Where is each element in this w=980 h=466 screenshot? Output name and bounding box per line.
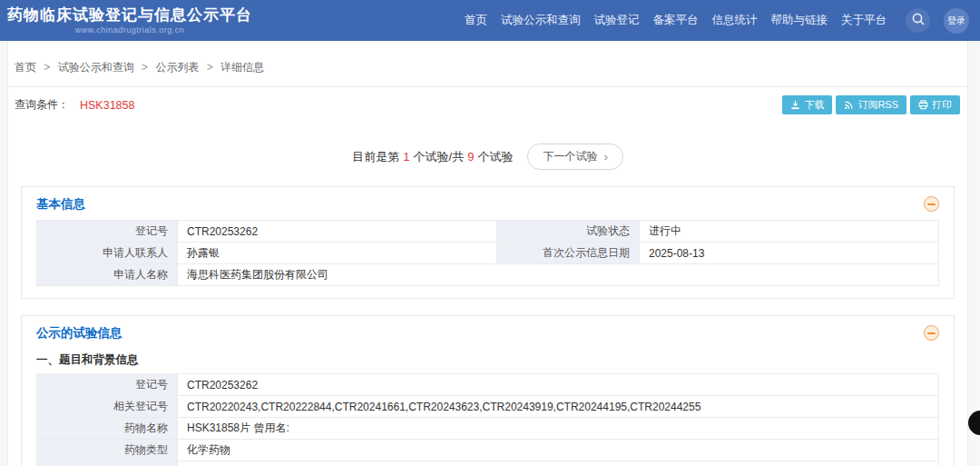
section-public-trial-info: 公示的试验信息 一、题目和背景信息 登记号 CTR20253262 相关登记号 … xyxy=(21,315,955,466)
rss-icon xyxy=(844,100,854,110)
site-url: www.chinadrugtrials.org.cn xyxy=(7,25,252,35)
field-label: 申请人名称 xyxy=(37,264,178,286)
subsection-title: 一、题目和背景信息 xyxy=(36,352,939,368)
field-label: 登记号 xyxy=(37,221,178,243)
section-basic-title: 基本信息 xyxy=(36,196,85,213)
total-trial-number: 9 xyxy=(467,150,474,164)
site-header: 药物临床试验登记与信息公示平台 www.chinadrugtrials.org.… xyxy=(0,0,980,41)
breadcrumb: 首页 > 试验公示和查询 > 公示列表 > 详细信息 xyxy=(8,41,967,87)
collapse-icon[interactable] xyxy=(924,325,939,341)
floating-widget-button[interactable] xyxy=(968,411,980,435)
field-value: 进行中 xyxy=(640,221,939,243)
field-value: 2025-08-13 xyxy=(640,243,939,264)
breadcrumb-home[interactable]: 首页 xyxy=(15,61,36,74)
query-value: HSK31858 xyxy=(80,99,134,112)
toolbar: 下载 订阅RSS xyxy=(782,95,960,114)
search-icon xyxy=(911,12,926,30)
breadcrumb-public-list[interactable]: 公示列表 xyxy=(155,61,199,74)
field-label: 相关登记号 xyxy=(37,396,178,418)
pagination-row: 目前是第1个试验/共9个试验 下一个试验 › xyxy=(8,144,967,170)
pagination-status: 目前是第1个试验/共9个试验 xyxy=(352,149,513,165)
field-value: CTR20220243,CTR20222844,CTR20241661,CTR2… xyxy=(178,396,939,418)
collapse-icon[interactable] xyxy=(924,196,939,212)
table-row: 登记号 CTR20253262 试验状态 进行中 xyxy=(37,221,939,243)
table-row: 药物名称 HSK31858片 曾用名: xyxy=(37,418,939,440)
section-public-title: 公示的试验信息 xyxy=(36,325,122,342)
field-value: 企业选择不公示 xyxy=(178,461,939,466)
field-label: 试验状态 xyxy=(497,221,640,243)
search-button[interactable] xyxy=(906,8,930,33)
page: 药物临床试验登记与信息公示平台 www.chinadrugtrials.org.… xyxy=(0,0,980,466)
print-button[interactable]: 打印 xyxy=(910,95,960,114)
query-condition: 查询条件： HSK31858 xyxy=(15,97,134,113)
nav-trial-register[interactable]: 试验登记 xyxy=(594,13,640,28)
breadcrumb-separator: > xyxy=(44,61,50,74)
nav-trial-search[interactable]: 试验公示和查询 xyxy=(501,13,581,28)
site-title: 药物临床试验登记与信息公示平台 xyxy=(7,6,252,25)
next-trial-button[interactable]: 下一个试验 › xyxy=(527,144,622,170)
nav-home[interactable]: 首页 xyxy=(465,13,487,28)
current-trial-number: 1 xyxy=(403,150,409,164)
download-icon xyxy=(790,100,800,110)
field-label: 首次公示信息日期 xyxy=(497,243,640,264)
section-basic-info: 基本信息 登记号 CTR20253262 试验状态 进行中 申请人联系人 孙露银… xyxy=(21,186,955,299)
field-value: CTR20253262 xyxy=(178,374,939,396)
print-icon xyxy=(918,100,928,110)
query-row: 查询条件： HSK31858 下载 xyxy=(8,87,967,122)
field-value: 孙露银 xyxy=(178,243,497,264)
field-value: CTR20253262 xyxy=(178,221,497,243)
table-row: 相关登记号 CTR20220243,CTR20222844,CTR2024166… xyxy=(37,396,939,418)
rss-subscribe-button[interactable]: 订阅RSS xyxy=(836,95,906,114)
nav-statistics[interactable]: 信息统计 xyxy=(712,13,758,28)
breadcrumb-separator: > xyxy=(207,61,213,74)
query-label: 查询条件： xyxy=(15,97,69,113)
section-public-header: 公示的试验信息 xyxy=(36,322,939,343)
chevron-right-icon: › xyxy=(603,151,607,163)
login-button[interactable]: 登录 xyxy=(944,8,969,34)
breadcrumb-separator: > xyxy=(142,61,148,74)
public-trial-table: 登记号 CTR20253262 相关登记号 CTR20220243,CTR202… xyxy=(36,373,939,466)
download-button[interactable]: 下载 xyxy=(782,95,832,114)
basic-info-table: 登记号 CTR20253262 试验状态 进行中 申请人联系人 孙露银 首次公示… xyxy=(36,220,939,286)
table-row: 临床申请受理号 企业选择不公示 xyxy=(37,461,939,466)
field-label: 药物名称 xyxy=(37,418,178,440)
field-value: HSK31858片 曾用名: xyxy=(178,418,939,440)
main-nav: 首页 试验公示和查询 试验登记 备案平台 信息统计 帮助与链接 关于平台 登录 xyxy=(465,8,969,34)
table-row: 登记号 CTR20253262 xyxy=(37,374,939,396)
field-label: 临床申请受理号 xyxy=(37,461,178,466)
field-value: 海思科医药集团股份有限公司 xyxy=(178,264,939,286)
nav-filing-platform[interactable]: 备案平台 xyxy=(653,13,699,28)
site-brand[interactable]: 药物临床试验登记与信息公示平台 www.chinadrugtrials.org.… xyxy=(7,6,252,35)
main-container: 首页 > 试验公示和查询 > 公示列表 > 详细信息 查询条件： HSK3185… xyxy=(7,41,968,466)
breadcrumb-detail: 详细信息 xyxy=(220,61,264,74)
table-row: 申请人名称 海思科医药集团股份有限公司 xyxy=(37,264,939,286)
field-label: 登记号 xyxy=(37,374,178,396)
table-row: 申请人联系人 孙露银 首次公示信息日期 2025-08-13 xyxy=(37,243,939,264)
table-row: 药物类型 化学药物 xyxy=(37,440,939,461)
field-label: 药物类型 xyxy=(37,440,178,461)
section-basic-header: 基本信息 xyxy=(36,193,939,214)
nav-help-links[interactable]: 帮助与链接 xyxy=(771,13,828,28)
field-value: 化学药物 xyxy=(178,440,939,461)
nav-about[interactable]: 关于平台 xyxy=(841,13,887,28)
breadcrumb-trial-search[interactable]: 试验公示和查询 xyxy=(58,61,134,74)
field-label: 申请人联系人 xyxy=(37,243,178,264)
